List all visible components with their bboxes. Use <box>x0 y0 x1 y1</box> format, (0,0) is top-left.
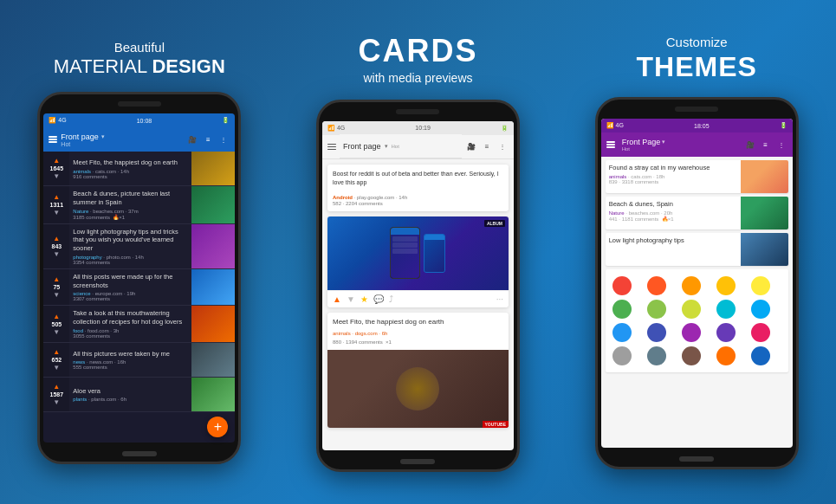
upvote-icon[interactable]: ▲ <box>53 383 60 391</box>
phone1-screen: 📶 4G 10:08 🔋 Front page ▾ Hot 🎥 ≡ <box>43 113 235 443</box>
upvote-icon[interactable]: ▲ <box>53 157 60 165</box>
color-circle[interactable] <box>612 323 632 342</box>
downvote-icon[interactable]: ▼ <box>53 250 60 258</box>
color-circle[interactable] <box>716 323 736 342</box>
downvote-icon[interactable]: ▼ <box>53 328 60 336</box>
feed-thumbnail <box>741 233 788 266</box>
comment-action-icon[interactable]: 💬 <box>373 294 384 304</box>
more-icon[interactable]: ⋮ <box>217 133 230 145</box>
column-themes: Customize THEMES 📶 4G 18:05 🔋 Front Page… <box>562 35 831 469</box>
downvote-icon[interactable]: ▼ <box>53 398 60 406</box>
color-circle[interactable] <box>716 346 736 365</box>
downvote-icon[interactable]: ▼ <box>53 291 60 299</box>
color-circle[interactable] <box>647 300 666 319</box>
col3-line1: Customize <box>636 35 756 50</box>
card-image-post[interactable]: ALBUM <box>327 216 509 307</box>
feed-comments: 3185 comments 🔥×1 <box>73 214 188 220</box>
card-text-post[interactable]: Boost for reddit is out of beta and bett… <box>327 165 509 211</box>
color-circle[interactable] <box>751 346 770 365</box>
feed-title: Meet Fito, the happiest dog on earth <box>73 158 188 167</box>
card-dog-post[interactable]: Meet Fito, the happiest dog on earth ani… <box>327 313 509 428</box>
hamburger-icon[interactable] <box>49 136 57 143</box>
hamburger-icon[interactable] <box>606 141 615 148</box>
feed-item[interactable]: ▲ 1311 ▼ Beach & dunes, picture taken la… <box>43 186 235 224</box>
feed-title: Low light photography tips and tricks th… <box>73 228 188 253</box>
feed-thumbnail <box>191 378 235 411</box>
camera-icon[interactable]: 🎥 <box>186 133 198 145</box>
card3-counts: 880 · 1394 comments ×1 <box>327 339 509 350</box>
color-circle[interactable] <box>612 300 632 319</box>
more-action-icon[interactable]: ··· <box>496 294 503 304</box>
dropdown-arrow-icon[interactable]: ▾ <box>662 139 665 145</box>
feed-item[interactable]: ▲ 1587 ▼ Aloe vera plants · plants.com ·… <box>43 378 235 412</box>
phone3-battery: 🔋 <box>780 122 787 129</box>
color-circle[interactable] <box>751 323 770 342</box>
upvote-action-icon[interactable]: ▲ <box>333 294 341 304</box>
youtube-badge: YOUTUBE <box>483 421 509 428</box>
upvote-icon[interactable]: ▲ <box>53 275 60 283</box>
dropdown-arrow-icon[interactable]: ▾ <box>385 143 388 150</box>
dropdown-arrow-icon[interactable]: ▾ <box>101 133 105 140</box>
color-circle[interactable] <box>716 300 736 319</box>
phone3: 📶 4G 18:05 🔋 Front Page ▾ Hot 🎥 ≡ <box>595 97 799 469</box>
feed-item[interactable]: ▲ 75 ▼ All this posts were made up for t… <box>43 269 235 307</box>
sort-icon[interactable]: ≡ <box>202 133 214 145</box>
upvote-icon[interactable]: ▲ <box>53 193 60 201</box>
card1-meta: Android · play.google.com · 14h 582 · 22… <box>327 192 509 211</box>
color-circle[interactable] <box>682 323 701 342</box>
camera-icon[interactable]: 🎥 <box>744 139 756 151</box>
phone1-main-title: Front page ▾ <box>61 132 183 141</box>
column2-header: CARDS with media previews <box>358 32 477 86</box>
feed-item[interactable]: Beach & dunes, Spain Nature · beaches.co… <box>606 197 788 229</box>
hamburger-icon[interactable] <box>327 144 336 151</box>
card3-image: YOUTUBE <box>327 350 509 428</box>
phone1-battery: 🔋 <box>222 117 230 124</box>
color-circle[interactable] <box>647 323 666 342</box>
feed-item[interactable]: Low light photography tips <box>606 233 788 266</box>
feed-item-content: Found a stray cat in my warehouse animal… <box>606 160 741 193</box>
feed-item[interactable]: ▲ 843 ▼ Low light photography tips and t… <box>43 224 235 269</box>
col2-line1: CARDS <box>358 32 477 69</box>
downvote-icon[interactable]: ▼ <box>53 209 60 216</box>
downvote-action-icon[interactable]: ▼ <box>347 294 355 304</box>
feed-content: Low light photography tips and tricks th… <box>69 224 191 268</box>
camera-icon[interactable]: 🎥 <box>465 140 477 152</box>
upvote-icon[interactable]: ▲ <box>53 235 60 242</box>
color-circle[interactable] <box>612 276 632 295</box>
phone3-subtitle: Hot <box>622 146 737 152</box>
color-circle[interactable] <box>682 346 701 365</box>
feed-item[interactable]: ▲ 652 ▼ All this pictures were taken by … <box>43 343 235 378</box>
vote-col: ▲ 1311 ▼ <box>43 186 69 223</box>
color-circle[interactable] <box>682 276 701 295</box>
downvote-icon[interactable]: ▼ <box>53 172 60 180</box>
sort-icon[interactable]: ≡ <box>760 139 772 151</box>
phone2-screen: 📶 4G 10:19 🔋 Front page ▾ Hot 🎥 ≡ ⋮ <box>322 121 514 450</box>
downvote-icon[interactable]: ▼ <box>53 364 60 372</box>
upvote-icon[interactable]: ▲ <box>53 348 60 356</box>
color-circle[interactable] <box>716 276 736 295</box>
color-circle[interactable] <box>751 300 770 319</box>
sort-icon[interactable]: ≡ <box>481 140 493 152</box>
feed-item[interactable]: ▲ 1645 ▼ Meet Fito, the happiest dog on … <box>43 152 235 186</box>
color-circle[interactable] <box>751 276 770 295</box>
more-icon[interactable]: ⋮ <box>496 140 509 152</box>
more-icon[interactable]: ⋮ <box>775 139 787 151</box>
color-circle[interactable] <box>682 300 701 319</box>
color-circle[interactable] <box>612 346 632 365</box>
col3-line2: THEMES <box>636 50 756 83</box>
color-circle[interactable] <box>647 276 666 295</box>
upvote-icon[interactable]: ▲ <box>53 313 60 320</box>
feed-item[interactable]: ▲ 505 ▼ Take a look at this mouthwaterin… <box>43 306 235 343</box>
share-action-icon[interactable]: ⤴ <box>389 294 393 304</box>
feed-item[interactable]: Found a stray cat in my warehouse animal… <box>606 160 788 193</box>
feed-thumbnail <box>191 343 235 377</box>
phone2: 📶 4G 10:19 🔋 Front page ▾ Hot 🎥 ≡ ⋮ <box>316 100 520 472</box>
color-circle[interactable] <box>647 346 666 365</box>
phone3-feed: Found a stray cat in my warehouse animal… <box>601 160 793 266</box>
feed-thumbnail <box>191 186 235 223</box>
phone3-status-bar: 📶 4G 18:05 🔋 <box>601 119 793 132</box>
vote-count: 1645 <box>50 165 64 171</box>
column3-header: Customize THEMES <box>636 35 756 83</box>
bookmark-action-icon[interactable]: ★ <box>360 294 368 304</box>
vote-col: ▲ 75 ▼ <box>43 269 69 306</box>
